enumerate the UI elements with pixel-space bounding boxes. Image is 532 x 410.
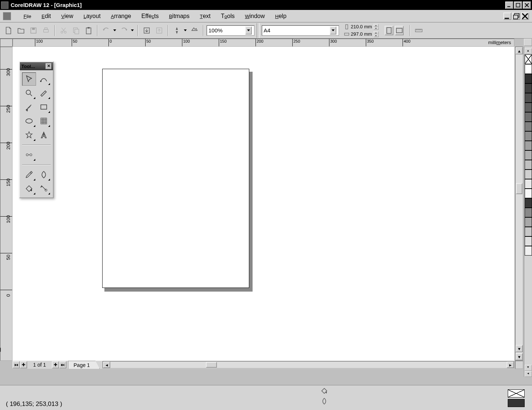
color-swatch[interactable]: [525, 122, 532, 131]
copy-button[interactable]: [71, 25, 82, 36]
interactive-fill-tool[interactable]: [37, 182, 51, 195]
first-page-button[interactable]: ⏮: [13, 361, 20, 368]
print-button[interactable]: [40, 25, 51, 36]
rectangle-tool[interactable]: [37, 100, 51, 114]
menu-text[interactable]: Text: [194, 11, 215, 21]
add-page-before-button[interactable]: ✚: [20, 361, 27, 368]
add-page-after-button[interactable]: ✚: [52, 361, 59, 368]
text-tool[interactable]: [37, 128, 51, 142]
zoom-dropdown-button[interactable]: [245, 26, 252, 35]
redo-button[interactable]: [118, 25, 129, 36]
undo-dropdown[interactable]: [113, 29, 117, 31]
color-swatch[interactable]: [525, 64, 532, 74]
color-swatch[interactable]: [525, 227, 532, 236]
pick-tool[interactable]: [22, 72, 36, 86]
drawing-page[interactable]: [102, 69, 249, 288]
menu-view[interactable]: View: [56, 11, 79, 21]
palette-dock-button[interactable]: [524, 39, 532, 46]
hscroll-thumb[interactable]: [206, 362, 217, 368]
maximize-button[interactable]: [514, 1, 522, 9]
horizontal-ruler[interactable]: 10050050100150200250300350400 millimeter…: [13, 39, 514, 47]
horizontal-scrollbar[interactable]: ◂ ▸: [103, 361, 514, 368]
import-button[interactable]: [141, 25, 152, 36]
menu-help[interactable]: Help: [270, 11, 292, 21]
zoom-tool[interactable]: [22, 86, 36, 100]
ruler-origin[interactable]: [0, 39, 13, 47]
vertical-ruler[interactable]: 300250200150100500: [0, 47, 13, 361]
color-swatch[interactable]: [525, 150, 532, 160]
zoom-combo[interactable]: [207, 25, 254, 36]
palette-scroll-up[interactable]: ▴: [525, 48, 532, 54]
menu-layout[interactable]: Layout: [78, 11, 106, 21]
paper-size-combo[interactable]: [262, 25, 339, 36]
menu-file[interactable]: File: [18, 11, 36, 21]
status-fill-swatch[interactable]: [508, 389, 525, 397]
color-swatch[interactable]: [525, 179, 532, 189]
width-spinner[interactable]: ▴▾: [374, 24, 379, 30]
graph-paper-tool[interactable]: [37, 114, 51, 128]
color-swatch[interactable]: [525, 112, 532, 122]
color-swatch[interactable]: [525, 198, 532, 208]
last-page-button[interactable]: ⏭: [59, 361, 67, 368]
page-tab-1[interactable]: Page 1: [68, 361, 100, 369]
app-launcher-dropdown[interactable]: [184, 29, 188, 31]
scroll-up-button[interactable]: ▴: [515, 47, 523, 54]
color-swatch[interactable]: [525, 217, 532, 227]
interactive-blend-tool[interactable]: [22, 148, 36, 161]
scroll-end-button[interactable]: ▾: [515, 353, 523, 360]
menu-tools[interactable]: Tools: [216, 11, 240, 21]
color-swatch[interactable]: [525, 160, 532, 170]
undo-button[interactable]: [101, 25, 112, 36]
palette-scroll-down[interactable]: ▾: [525, 365, 532, 371]
menu-bitmaps[interactable]: Bitmaps: [164, 11, 195, 21]
menu-arrange[interactable]: Arrange: [106, 11, 136, 21]
redo-dropdown[interactable]: [131, 29, 135, 31]
paste-button[interactable]: [83, 25, 94, 36]
vertical-scrollbar[interactable]: ▴ ▾ ▾: [515, 47, 523, 361]
close-button[interactable]: [523, 1, 531, 9]
fill-tool[interactable]: [22, 182, 36, 195]
color-swatch[interactable]: [525, 93, 532, 103]
height-spinner[interactable]: ▴▾: [374, 31, 379, 37]
cut-button[interactable]: [58, 25, 69, 36]
page-height-value[interactable]: 297.0 mm: [351, 31, 372, 37]
vscroll-thumb[interactable]: [516, 183, 522, 194]
corel-online-button[interactable]: [189, 25, 200, 36]
mdi-restore-button[interactable]: [512, 13, 520, 20]
page-width-value[interactable]: 210.0 mm: [351, 24, 372, 29]
eyedropper-tool[interactable]: [22, 168, 36, 181]
color-swatch[interactable]: [525, 189, 532, 198]
app-launcher-button[interactable]: [171, 25, 182, 36]
color-swatch[interactable]: [525, 246, 532, 256]
shape-tool[interactable]: [37, 72, 51, 86]
ellipse-tool[interactable]: [22, 114, 36, 128]
zoom-input[interactable]: [208, 27, 244, 33]
status-outline-swatch[interactable]: [508, 399, 525, 407]
document-icon[interactable]: [3, 12, 11, 20]
landscape-button[interactable]: [395, 26, 404, 35]
color-swatch[interactable]: [525, 131, 532, 141]
color-swatch[interactable]: [525, 236, 532, 246]
paper-size-input[interactable]: [264, 27, 328, 33]
mdi-minimize-button[interactable]: [503, 13, 511, 20]
export-button[interactable]: [154, 25, 165, 36]
save-button[interactable]: [28, 25, 39, 36]
menu-effects[interactable]: Effects: [136, 11, 164, 21]
smart-drawing-tool[interactable]: [22, 100, 36, 114]
mdi-close-button[interactable]: [521, 13, 529, 20]
portrait-button[interactable]: [385, 26, 393, 35]
menu-edit[interactable]: Edit: [36, 11, 56, 21]
no-color-swatch[interactable]: [525, 54, 532, 64]
scroll-left-button[interactable]: ◂: [103, 361, 110, 368]
palette-flyout-button[interactable]: ◂: [525, 371, 532, 377]
color-swatch[interactable]: [525, 74, 532, 83]
units-button[interactable]: [413, 25, 424, 36]
new-button[interactable]: [3, 25, 14, 36]
open-button[interactable]: [15, 25, 26, 36]
toolbox-palette[interactable]: Tool... ✕: [19, 61, 54, 198]
color-swatch[interactable]: [525, 103, 532, 112]
color-swatch[interactable]: [525, 83, 532, 93]
color-swatch[interactable]: [525, 170, 532, 179]
basic-shapes-tool[interactable]: [22, 128, 36, 142]
color-swatch[interactable]: [525, 208, 532, 217]
